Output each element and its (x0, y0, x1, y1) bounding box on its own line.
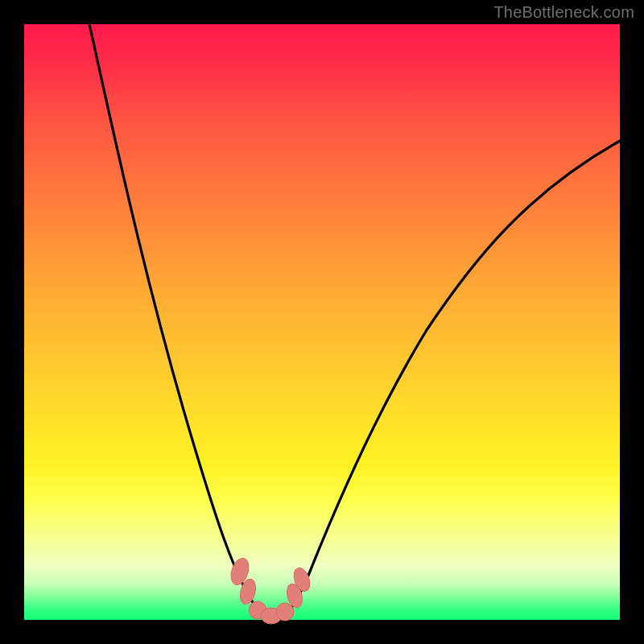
chart-frame: TheBottleneck.com (0, 0, 644, 644)
trough-marker (276, 603, 294, 621)
chart-svg (24, 24, 620, 620)
watermark-text: TheBottleneck.com (493, 3, 634, 22)
trough-markers (228, 556, 312, 624)
bottleneck-curve (89, 24, 620, 618)
